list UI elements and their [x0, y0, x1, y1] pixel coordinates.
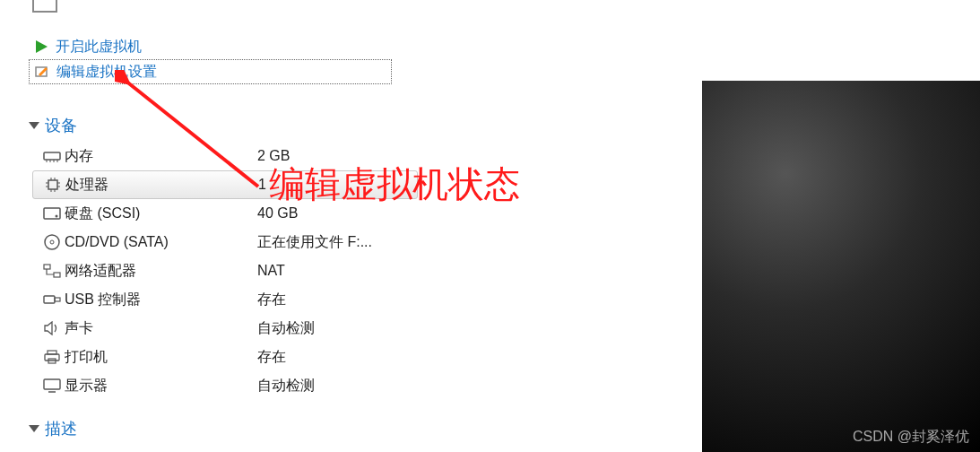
device-value: 自动检测	[257, 319, 315, 338]
usb-icon	[39, 293, 65, 306]
device-label: USB 控制器	[65, 291, 257, 309]
watermark-text: CSDN @封奚泽优	[853, 428, 969, 447]
device-row-display[interactable]: 显示器 自动检测	[29, 371, 638, 400]
svg-point-17	[56, 215, 58, 218]
network-icon	[39, 264, 65, 278]
vm-preview-pane	[702, 81, 980, 452]
edit-icon	[35, 65, 49, 79]
device-label: 处理器	[65, 176, 258, 195]
device-label: 硬盘 (SCSI)	[65, 204, 257, 223]
disk-icon	[39, 207, 65, 220]
device-row-processor[interactable]: 处理器 1	[32, 170, 418, 199]
svg-rect-16	[44, 208, 60, 219]
edit-settings-label: 编辑虚拟机设置	[56, 63, 157, 82]
device-value: 存在	[257, 291, 286, 309]
sound-icon	[39, 321, 65, 335]
display-icon	[39, 378, 65, 393]
power-on-vm-link[interactable]: 开启此虚拟机	[29, 34, 638, 59]
device-label: 声卡	[65, 319, 257, 338]
device-value: 2 GB	[257, 148, 290, 164]
svg-rect-20	[44, 265, 50, 269]
device-value: NAT	[257, 263, 285, 279]
svg-rect-21	[54, 273, 60, 277]
device-value: 正在使用文件 F:...	[257, 233, 372, 252]
device-label: 网络适配器	[65, 262, 257, 281]
device-value: 自动检测	[257, 377, 315, 396]
device-label: 显示器	[65, 377, 257, 396]
printer-icon	[39, 350, 65, 364]
svg-rect-25	[45, 354, 59, 361]
svg-point-18	[45, 235, 59, 249]
devices-section-header[interactable]: 设备	[29, 115, 638, 136]
device-row-disk[interactable]: 硬盘 (SCSI) 40 GB	[29, 199, 638, 228]
devices-section-title: 设备	[45, 115, 77, 136]
device-label: 内存	[65, 147, 257, 166]
chevron-down-icon	[29, 122, 39, 129]
device-row-usb[interactable]: USB 控制器 存在	[29, 285, 638, 314]
device-value: 40 GB	[257, 205, 298, 222]
device-label: 打印机	[65, 348, 257, 367]
device-row-printer[interactable]: 打印机 存在	[29, 343, 638, 371]
device-row-memory[interactable]: 内存 2 GB	[29, 142, 638, 170]
description-section-header[interactable]: 描述	[29, 418, 638, 439]
device-row-cddvd[interactable]: CD/DVD (SATA) 正在使用文件 F:...	[29, 228, 638, 256]
svg-rect-27	[44, 379, 60, 389]
device-value: 1	[258, 177, 266, 193]
chevron-down-icon	[29, 425, 39, 432]
svg-rect-22	[44, 296, 55, 303]
svg-marker-0	[36, 40, 48, 53]
power-on-label: 开启此虚拟机	[56, 38, 142, 56]
device-value: 存在	[257, 348, 286, 367]
device-row-network[interactable]: 网络适配器 NAT	[29, 256, 638, 285]
vm-tab-icon	[32, 0, 57, 13]
svg-point-19	[50, 240, 54, 244]
cd-icon	[39, 234, 65, 250]
description-section-title: 描述	[45, 418, 77, 439]
svg-rect-2	[44, 152, 60, 160]
device-row-sound[interactable]: 声卡 自动检测	[29, 314, 638, 343]
memory-icon	[39, 150, 65, 162]
svg-rect-23	[55, 298, 60, 301]
cpu-icon	[40, 177, 65, 193]
play-icon	[34, 39, 48, 54]
edit-vm-settings-link[interactable]: 编辑虚拟机设置	[29, 59, 392, 84]
svg-rect-7	[48, 180, 57, 189]
device-label: CD/DVD (SATA)	[65, 234, 257, 250]
